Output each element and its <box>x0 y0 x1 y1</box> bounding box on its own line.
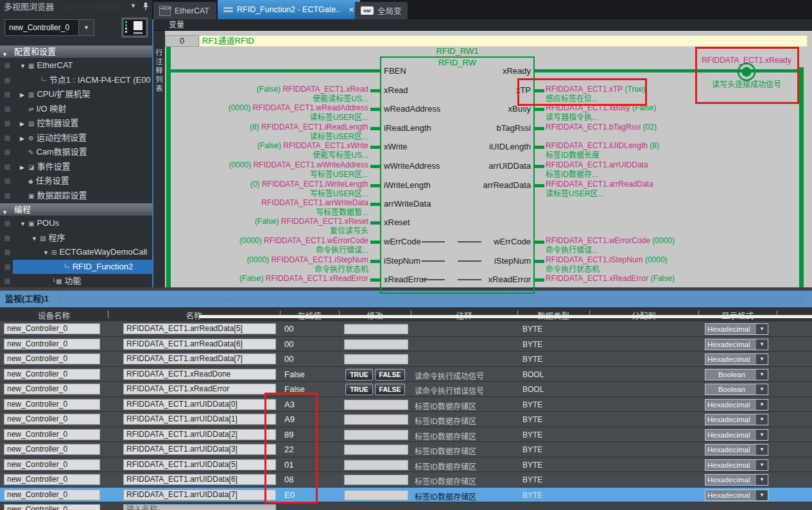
modify-value-input[interactable] <box>344 414 408 425</box>
tree-collapsed-arrow-icon[interactable]: ▶ <box>20 117 28 132</box>
display-format-select[interactable]: Hexadecimal▼ <box>705 474 768 486</box>
display-format-chevron-down-icon[interactable]: ▼ <box>756 354 768 364</box>
display-format-chevron-down-icon[interactable]: ▼ <box>756 400 768 410</box>
sidebar-item-控制器设置[interactable]: ▶▤控制器设置 <box>0 116 152 131</box>
modify-value-input[interactable] <box>344 490 408 500</box>
modify-value-input[interactable] <box>344 339 408 350</box>
variable-name-cell[interactable]: RFIDDATA_ECT1.xReadDone <box>123 369 276 380</box>
set-false-button[interactable]: FALSE <box>375 384 405 395</box>
tree-expanded-arrow-icon[interactable]: ▼ <box>20 59 28 74</box>
tree-collapsed-arrow-icon[interactable]: ▶ <box>20 160 28 175</box>
sidebar-item-事件设置[interactable]: ▶◪事件设置 <box>0 160 152 174</box>
table-row[interactable]: new_Controller_0RFIDDATA_ECT1.xReadError… <box>0 382 812 397</box>
device-name-cell[interactable]: new_Controller_0 <box>4 339 100 350</box>
device-name-cell[interactable]: new_Controller_0 <box>4 399 100 410</box>
controller-select-chevron-down-icon[interactable]: ▼ <box>78 20 94 35</box>
variable-name-cell[interactable]: RFIDDATA_ECT1.arrUIDData[1] <box>123 414 276 425</box>
display-format-chevron-down-icon[interactable]: ▼ <box>756 475 768 485</box>
sidebar-item-任务设置[interactable]: ◆任务设置 <box>0 174 152 189</box>
set-true-button[interactable]: TRUE <box>345 369 373 380</box>
device-name-cell[interactable]: new_Controller_0 <box>4 429 100 440</box>
device-name-cell[interactable]: new_Controller_0 <box>4 323 100 334</box>
variable-name-cell[interactable]: RFIDDATA_ECT1.arrReadData[6] <box>123 339 276 350</box>
tab-close-icon[interactable]: ✕ <box>349 6 354 14</box>
table-row[interactable]: new_Controller_0RFIDDATA_ECT1.arrUIDData… <box>0 472 812 488</box>
table-row[interactable]: new_Controller_0RFIDDATA_ECT1.arrReadDat… <box>0 352 812 367</box>
watch-column-header-设备名称[interactable]: 设备名称 <box>38 309 70 321</box>
controller-device-icon[interactable] <box>121 17 149 41</box>
tree-section-编程[interactable]: ▼编程 <box>0 203 152 216</box>
display-format-select[interactable]: Boolean▼ <box>705 369 768 380</box>
display-format-chevron-down-icon[interactable]: ▼ <box>756 324 768 334</box>
variable-name-cell[interactable]: RFIDDATA_ECT1.arrUIDData[7] <box>123 489 276 500</box>
sidebar-item-ECTGateWayDemoCall[interactable]: ▼⊞ECTGateWayDemoCall <box>0 245 152 260</box>
rung-number[interactable]: 0 <box>165 35 199 47</box>
tree-expanded-arrow-icon[interactable]: ▼ <box>20 217 28 232</box>
table-row[interactable]: new_Controller_0RFIDDATA_ECT1.arrUIDData… <box>0 442 812 457</box>
variable-name-cell[interactable]: RFIDDATA_ECT1.xReadError <box>123 384 276 395</box>
tree-section-配置和设置[interactable]: ▼配置和设置 <box>0 46 152 58</box>
sidebar-item-EtherCAT[interactable]: ▼▦EtherCAT <box>0 58 152 73</box>
editor-variables-bar[interactable]: 变量 <box>152 19 812 31</box>
set-true-button[interactable]: TRUE <box>345 384 373 395</box>
device-name-cell[interactable]: new_Controller_0 <box>4 369 100 380</box>
device-name-cell[interactable]: new_Controller_0 <box>4 414 100 425</box>
display-format-chevron-down-icon[interactable]: ▼ <box>756 370 768 380</box>
table-row[interactable]: new_Controller_0RFIDDATA_ECT1.arrUIDData… <box>0 412 812 427</box>
device-name-cell[interactable]: new_Controller_0 <box>4 444 100 455</box>
tree-collapsed-arrow-icon[interactable]: ▶ <box>20 88 28 103</box>
sidebar-item-运动控制设置[interactable]: ▶⚙运动控制设置 <box>0 131 152 146</box>
device-name-cell[interactable]: new_Controller_0 <box>4 504 100 510</box>
variable-name-input[interactable]: 输入名称 <box>123 504 276 510</box>
table-new-row[interactable]: new_Controller_0输入名称 <box>0 502 812 510</box>
tab-EtherCAT[interactable]: ▪▪▪ECATEtherCAT <box>153 2 216 19</box>
rung-comment-bar[interactable]: RF1通道RFID <box>199 35 808 47</box>
display-format-select[interactable]: Hexadecimal▼ <box>705 353 768 365</box>
tree-expanded-arrow-icon[interactable]: ▼ <box>31 232 40 246</box>
modify-value-input[interactable] <box>344 324 408 334</box>
display-format-chevron-down-icon[interactable]: ▼ <box>756 430 768 440</box>
modify-value-input[interactable] <box>344 445 408 455</box>
variable-name-cell[interactable]: RFIDDATA_ECT1.arrReadData[5] <box>123 323 276 334</box>
modify-value-input[interactable] <box>344 460 408 470</box>
display-format-chevron-down-icon[interactable]: ▼ <box>756 445 768 455</box>
device-name-cell[interactable]: new_Controller_0 <box>4 459 100 470</box>
panel-menu-chevron-down-icon[interactable]: ▼ <box>130 3 136 9</box>
display-format-select[interactable]: Hexadecimal▼ <box>705 444 768 455</box>
table-row[interactable]: new_Controller_0RFIDDATA_ECT1.xReadDoneF… <box>0 367 812 382</box>
table-row[interactable]: new_Controller_0RFIDDATA_ECT1.arrReadDat… <box>0 321 812 337</box>
sidebar-item-I/O 映射[interactable]: ⇌I/O 映射 <box>0 102 152 117</box>
panel-pin-icon[interactable] <box>142 2 150 13</box>
tab-RFID_Function2 - ECTGate...[interactable]: RFID_Function2 - ECTGate...✕ <box>218 0 360 19</box>
modify-value-input[interactable] <box>344 400 408 410</box>
sidebar-item-POUs[interactable]: ▼▣POUs <box>0 216 152 231</box>
modify-value-input[interactable] <box>344 430 408 440</box>
display-format-chevron-down-icon[interactable]: ▼ <box>756 414 768 425</box>
tab-全局变量[interactable]: var全局变量 <box>355 2 408 19</box>
display-format-chevron-down-icon[interactable]: ▼ <box>756 339 768 350</box>
table-row[interactable]: new_Controller_0RFIDDATA_ECT1.arrUIDData… <box>0 427 812 443</box>
table-row[interactable]: new_Controller_0RFIDDATA_ECT1.arrUIDData… <box>0 397 812 412</box>
ladder-editor-canvas[interactable] <box>153 31 812 287</box>
display-format-select[interactable]: Hexadecimal▼ <box>705 339 768 350</box>
display-format-select[interactable]: Hexadecimal▼ <box>705 429 768 441</box>
variable-name-cell[interactable]: RFIDDATA_ECT1.arrUIDData[6] <box>123 474 276 485</box>
sidebar-item-数据跟踪设置[interactable]: ▣数据跟踪设置 <box>0 189 152 203</box>
display-format-select[interactable]: Hexadecimal▼ <box>705 323 768 335</box>
variable-name-cell[interactable]: RFIDDATA_ECT1.arrUIDData[5] <box>123 459 276 470</box>
variable-name-cell[interactable]: RFIDDATA_ECT1.arrReadData[7] <box>123 353 276 364</box>
display-format-chevron-down-icon[interactable]: ▼ <box>756 490 768 500</box>
device-name-cell[interactable]: new_Controller_0 <box>4 489 100 500</box>
tree-expanded-arrow-icon[interactable]: ▼ <box>43 246 51 260</box>
device-name-cell[interactable]: new_Controller_0 <box>4 384 100 395</box>
sidebar-item-节点1 : IACM-P4-ECT (E00[interactable]: └▫节点1 : IACM-P4-ECT (E00 <box>0 73 152 88</box>
modify-value-input[interactable] <box>344 475 408 485</box>
table-row[interactable]: new_Controller_0RFIDDATA_ECT1.arrUIDData… <box>0 457 812 473</box>
sidebar-item-RFID_Function2[interactable]: └▫RFID_Function2 <box>0 260 152 275</box>
sidebar-item-功能[interactable]: └▩功能 <box>0 274 152 287</box>
tree-collapsed-arrow-icon[interactable]: ▶ <box>20 132 28 146</box>
modify-value-input[interactable] <box>344 354 408 364</box>
sidebar-item-CPU/扩展机架[interactable]: ▶▥CPU/扩展机架 <box>0 87 152 102</box>
table-row[interactable]: new_Controller_0RFIDDATA_ECT1.arrUIDData… <box>0 488 812 503</box>
device-name-cell[interactable]: new_Controller_0 <box>4 474 100 485</box>
